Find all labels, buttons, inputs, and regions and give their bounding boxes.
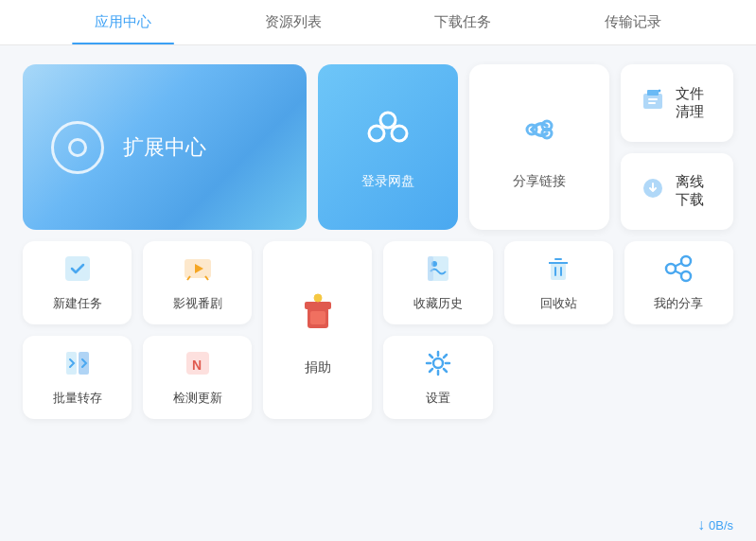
card-extension-center[interactable]: 扩展中心 [23,64,307,230]
extension-icon [51,121,104,174]
svg-rect-14 [310,311,325,324]
svg-point-1 [369,126,384,141]
settings-icon [423,348,453,382]
card-donate[interactable]: 捐助 [263,241,372,419]
card-settings[interactable]: 设置 [383,336,492,419]
svg-point-21 [681,256,691,266]
top-row: 扩展中心 登录网盘 [23,64,733,230]
tv-show-label: 影视番剧 [173,295,222,312]
new-task-label: 新建任务 [53,295,102,312]
nav-item-app-center[interactable]: 应用中心 [38,0,208,44]
svg-rect-19 [551,263,566,280]
tv-show-icon [183,253,213,288]
svg-line-24 [676,271,682,275]
card-new-task[interactable]: 新建任务 [23,241,132,324]
card-favorites[interactable]: 收藏历史 [383,241,492,324]
card-recycle[interactable]: 回收站 [504,241,613,324]
svg-rect-9 [65,256,90,281]
my-share-icon [663,253,694,288]
card-login-netdisk[interactable]: 登录网盘 [318,64,458,230]
card-my-share[interactable]: 我的分享 [624,241,733,324]
right-column: 文件清理 离线下载 [621,64,733,230]
login-netdisk-icon [363,105,413,164]
svg-point-2 [392,126,407,141]
svg-point-0 [380,113,396,128]
svg-rect-6 [643,94,662,109]
extension-inner-circle [68,138,87,157]
batch-transfer-icon [62,348,93,382]
svg-point-29 [433,358,443,368]
offline-download-icon [640,175,666,208]
svg-point-20 [666,264,676,273]
card-check-update[interactable]: N 检测更新 [143,336,252,419]
check-update-icon: N [183,348,213,382]
svg-point-15 [314,294,322,302]
bottom-grid: 新建任务 影视番剧 捐助 [23,241,733,419]
favorites-label: 收藏历史 [413,295,463,312]
card-offline-download[interactable]: 离线下载 [621,153,733,231]
offline-download-label: 离线下载 [676,173,714,209]
main-content: 扩展中心 登录网盘 [0,45,756,541]
share-link-label: 分享链接 [513,173,566,190]
nav-item-resource-list[interactable]: 资源列表 [208,0,378,44]
card-share-link[interactable]: 分享链接 [469,64,609,230]
nav-item-download-task[interactable]: 下载任务 [378,0,549,44]
status-bar: ↓ 0B/s [697,516,733,533]
my-share-label: 我的分享 [654,295,703,312]
recycle-label: 回收站 [540,295,577,312]
new-task-icon [62,253,93,288]
login-netdisk-label: 登录网盘 [361,173,414,190]
card-batch-transfer[interactable]: 批量转存 [23,336,132,419]
card-tv-show[interactable]: 影视番剧 [143,241,252,324]
svg-rect-7 [647,90,659,96]
svg-line-23 [676,263,682,267]
recycle-icon [543,253,573,288]
check-update-label: 检测更新 [173,390,222,407]
nav-item-transfer-record[interactable]: 传输记录 [548,0,718,44]
nav-bar: 应用中心 资源列表 下载任务 传输记录 [0,0,756,45]
svg-rect-18 [428,256,433,281]
settings-label: 设置 [426,390,450,407]
batch-transfer-label: 批量转存 [53,390,102,407]
svg-text:N: N [192,358,202,373]
donate-label: 捐助 [305,359,331,376]
extension-label: 扩展中心 [123,133,206,162]
share-link-icon [515,105,564,164]
file-clean-icon [640,86,666,119]
file-clean-label: 文件清理 [676,85,714,121]
svg-point-22 [681,271,691,281]
download-speed: 0B/s [709,518,733,532]
card-file-clean[interactable]: 文件清理 [621,64,733,142]
download-arrow-icon: ↓ [697,516,705,533]
favorites-icon [423,253,453,288]
donate-icon [291,285,344,348]
